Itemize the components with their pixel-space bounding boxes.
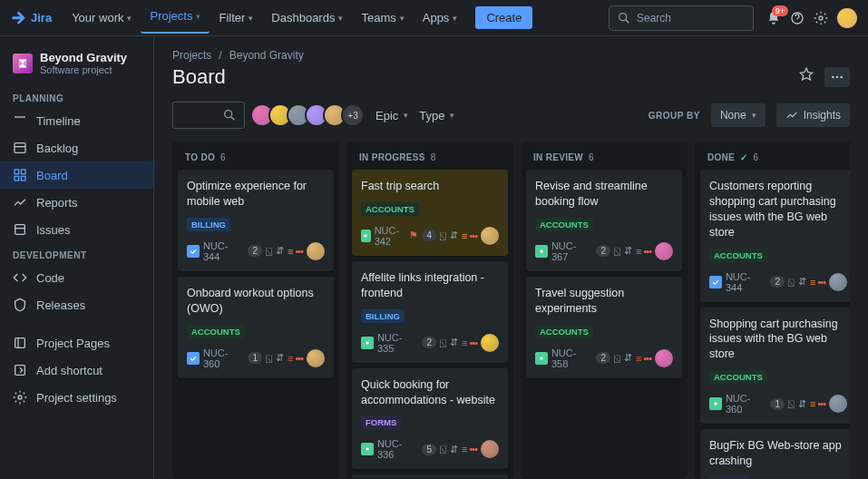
type-filter[interactable]: Type▾ (419, 109, 454, 122)
card-label: ACCOUNTS (709, 249, 767, 262)
notification-badge: 9+ (772, 5, 788, 16)
assignee-avatar[interactable] (829, 395, 847, 413)
card[interactable]: Shopping cart purchasing issues with the… (700, 308, 850, 425)
more-icon[interactable] (824, 67, 850, 87)
estimate: 1 (770, 398, 785, 410)
card[interactable]: Adapt web app no new payments provider F… (352, 474, 508, 479)
nav-apps[interactable]: Apps▾ (414, 4, 467, 32)
sidebar-item-timeline[interactable]: Timeline (0, 107, 153, 134)
sidebar-item-code[interactable]: Code (0, 264, 153, 291)
card[interactable]: Quick booking for accommodations - websi… (352, 368, 508, 470)
sidebar-item-add-shortcut[interactable]: Add shortcut (0, 357, 153, 384)
card-label: BILLING (187, 218, 230, 231)
subtask-icon: ⍂ (266, 353, 272, 364)
sidebar-item-project-pages[interactable]: Project Pages (0, 329, 153, 357)
card-key: NUC-342 ⚑ (361, 225, 418, 247)
nav-filter[interactable]: Filter▾ (210, 4, 262, 32)
assignee-avatar[interactable] (481, 334, 499, 352)
card-title: Shopping cart purchasing issues with the… (709, 317, 847, 363)
subtask-icon: ⍂ (440, 444, 446, 455)
card-label: ACCOUNTS (535, 325, 593, 338)
card[interactable]: Customers reporting shopping cart purcha… (700, 170, 850, 302)
global-search[interactable]: Search (609, 5, 754, 31)
card-title: Fast trip search (361, 179, 499, 194)
sidebar-item-backlog[interactable]: Backlog (0, 134, 153, 161)
groupby-select[interactable]: None▾ (711, 103, 766, 127)
assignee-filter[interactable]: +3 (256, 103, 365, 127)
estimate: 2 (422, 337, 436, 348)
sidebar-item-issues[interactable]: Issues (0, 216, 153, 243)
svg-rect-12 (15, 338, 25, 348)
nav-dashboards[interactable]: Dashboards▾ (262, 4, 352, 32)
svg-marker-16 (800, 68, 812, 80)
assignee-avatar[interactable] (655, 349, 673, 367)
create-button[interactable]: Create (475, 6, 532, 29)
board-search[interactable] (172, 102, 245, 129)
card[interactable]: Fast trip search ACCOUNTS NUC-342 ⚑ 4 ⍂ … (352, 170, 508, 256)
svg-point-22 (365, 234, 367, 237)
svg-rect-7 (21, 170, 25, 174)
assignee-avatar[interactable] (481, 227, 499, 245)
settings-icon[interactable] (814, 11, 828, 25)
jira-logo[interactable]: Jira (11, 10, 52, 26)
card[interactable]: Onboard workout options (OWO) ACCOUNTS N… (178, 277, 334, 378)
assignee-avatar[interactable] (655, 242, 673, 260)
breadcrumb-projects[interactable]: Projects (172, 49, 211, 62)
link-icon: ⇵ (798, 276, 806, 288)
user-avatar[interactable] (837, 8, 857, 28)
nav-your-work[interactable]: Your work▾ (63, 4, 141, 32)
card[interactable]: Revise and streamline booking flow ACCOU… (526, 170, 682, 271)
sidebar-item-reports[interactable]: Reports (0, 189, 153, 216)
sidebar-item-project-settings[interactable]: Project settings (0, 384, 153, 411)
story-icon (709, 397, 722, 410)
card[interactable]: Travel suggestion experiments ACCOUNTS N… (526, 277, 682, 378)
card[interactable]: BugFix BG Web-store app crashing FORMS N… (700, 429, 850, 479)
star-icon[interactable] (799, 67, 814, 87)
help-icon[interactable] (790, 11, 805, 25)
column-in-progress: IN PROGRESS8 Fast trip search ACCOUNTS N… (346, 142, 513, 479)
status-dots: ••• (643, 353, 651, 364)
svg-point-23 (366, 341, 368, 344)
card-key: NUC-335 (361, 332, 418, 354)
project-name: Beyond Gravity (40, 51, 127, 64)
nav-teams[interactable]: Teams▾ (352, 4, 413, 32)
assignee-avatar[interactable] (307, 242, 325, 260)
story-icon (361, 443, 374, 455)
status-dots: ••• (295, 353, 303, 364)
priority-icon: ≡ (288, 353, 291, 364)
nav-projects[interactable]: Projects▾ (141, 4, 210, 34)
priority-icon: ≡ (810, 277, 814, 288)
card-title: Travel suggestion experiments (535, 286, 673, 317)
svg-point-3 (819, 16, 823, 20)
card-title: Optimize experience for mobile web (187, 179, 325, 210)
project-header[interactable]: Beyond Gravity Software project (0, 47, 153, 86)
story-icon (361, 230, 371, 242)
avatar-more[interactable]: +3 (341, 103, 365, 127)
sidebar-item-releases[interactable]: Releases (0, 291, 153, 318)
sidebar-item-board[interactable]: Board (0, 161, 153, 189)
board: TO DO6 Optimize experience for mobile we… (172, 142, 850, 479)
assignee-avatar[interactable] (481, 440, 499, 458)
assignee-avatar[interactable] (829, 273, 847, 291)
card[interactable]: Optimize experience for mobile web BILLI… (178, 170, 334, 271)
insights-button[interactable]: Insights (776, 103, 850, 127)
card[interactable]: Affelite links integration - frontend BI… (352, 261, 508, 363)
link-icon: ⇵ (450, 230, 458, 241)
main: Projects / Beyond Gravity Board +3 Epic▾… (154, 36, 868, 479)
project-type: Software project (40, 64, 127, 75)
priority-icon: ≡ (636, 246, 639, 257)
link-icon: ⇵ (624, 245, 632, 257)
epic-filter[interactable]: Epic▾ (375, 109, 408, 122)
link-icon: ⇵ (624, 352, 632, 364)
notifications-icon[interactable]: 9+ (766, 11, 781, 25)
priority-icon: ≡ (810, 398, 814, 409)
subtask-icon: ⍂ (788, 277, 795, 288)
subtask-icon: ⍂ (788, 398, 795, 409)
story-icon (361, 337, 374, 349)
svg-rect-4 (15, 143, 25, 153)
svg-point-27 (540, 357, 542, 359)
assignee-avatar[interactable] (307, 349, 325, 367)
breadcrumb-project[interactable]: Beyond Gravity (229, 49, 304, 62)
top-nav: Jira Your work▾Projects▾Filter▾Dashboard… (0, 0, 868, 36)
column-header: IN REVIEW6 (526, 147, 682, 164)
